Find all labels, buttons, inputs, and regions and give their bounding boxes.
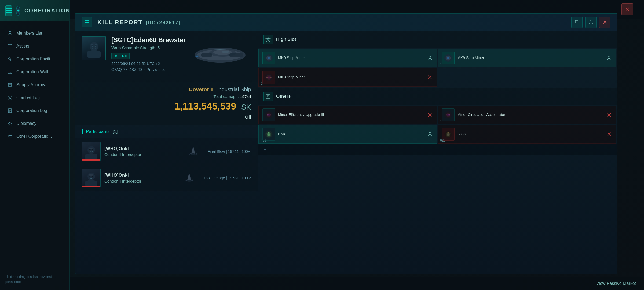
wallet-icon (7, 69, 13, 75)
sidebar-label-wallet: Corporation Wall... (16, 70, 52, 74)
slot-name-1: MK9 Strip Miner (278, 55, 424, 61)
sidebar-item-members[interactable]: Members List (0, 27, 69, 40)
members-icon (7, 31, 13, 36)
others-name-2: Miner Circulation Accelerator III (457, 112, 603, 118)
svg-rect-59 (267, 114, 268, 116)
slot-status-1 (427, 55, 433, 61)
slot-status-3 (427, 74, 433, 81)
sidebar-item-combat[interactable]: Combat Log (0, 91, 69, 104)
high-slot-icon (263, 35, 273, 44)
others-grid: 1 (258, 105, 617, 144)
modal-export-button[interactable] (585, 17, 597, 28)
modal-close-button[interactable]: ✕ (599, 17, 610, 28)
isk-value: 1,113,545,539 (174, 101, 236, 112)
assets-icon (7, 44, 13, 49)
svg-point-50 (608, 56, 610, 58)
sidebar-item-other-corps[interactable]: Other Corporatio... (0, 130, 69, 143)
others-icon (263, 92, 273, 101)
svg-point-12 (92, 45, 93, 46)
bottom-bar: View Passive Market (70, 277, 644, 290)
high-slot-header: High Slot (258, 31, 617, 48)
sidebar-item-diplomacy[interactable]: Diplomacy (0, 117, 69, 130)
others-section: Others 1 (258, 88, 617, 155)
others-item-2[interactable]: 1 Miner Circu (438, 106, 616, 124)
scroll-hint: ▼ (258, 144, 617, 155)
sidebar-label-other-corps: Other Corporatio... (16, 134, 52, 139)
participant-name-1: [WHO]Onkl (104, 146, 179, 151)
sidebar-item-facilities[interactable]: Corporation Facili... (0, 53, 69, 66)
sidebar-footer: Hold and drag to adjust how feature port… (5, 274, 64, 285)
participant-entry-2[interactable]: [WHO]Onkl Condor II Interceptor (75, 165, 258, 191)
ship-stats: Covetor II Industrial Ship Total damage:… (75, 82, 258, 125)
participant-entry-1[interactable]: [WHO]Onkl Condor II Interceptor (75, 138, 258, 165)
sidebar: ✦ CORPORATION Members List Assets (0, 0, 70, 290)
slot-status-2 (606, 55, 612, 61)
participant-avatar-2 (82, 169, 101, 187)
strip-miner-icon-2 (442, 52, 455, 64)
facilities-icon (7, 56, 13, 62)
strip-miner-icon-1 (262, 52, 275, 64)
svg-rect-3 (8, 71, 12, 74)
others-item-3[interactable]: 453 Bistot (258, 125, 437, 144)
svg-marker-38 (188, 173, 191, 180)
miner-circulation-icon (442, 108, 455, 121)
supply-icon (7, 82, 13, 88)
sidebar-hamburger-button[interactable] (5, 5, 12, 16)
sidebar-item-wallet[interactable]: Corporation Wall... (0, 66, 69, 78)
participant-info-1: [WHO]Onkl Condor II Interceptor (104, 146, 179, 157)
corplog-icon (7, 108, 13, 113)
svg-rect-14 (87, 51, 101, 58)
modal-menu-button[interactable] (82, 17, 92, 27)
svg-rect-27 (85, 154, 97, 160)
isk-row: 1,113,545,539 ISK (82, 101, 251, 112)
others-status-3 (427, 131, 433, 137)
sidebar-label-combat: Combat Log (16, 95, 40, 100)
participant-ship-1: Condor II Interceptor (104, 152, 179, 157)
svg-point-72 (429, 132, 431, 135)
svg-rect-4 (8, 83, 12, 86)
miner-efficiency-icon (262, 108, 275, 121)
victim-avatar (82, 36, 106, 60)
svg-point-32 (87, 173, 95, 180)
participant-stats-2: Top Damage | 19744 | 100% (204, 176, 251, 180)
kill-badge: ★ 1 Kill (111, 53, 130, 59)
sidebar-item-supply[interactable]: Supply Approval (0, 78, 69, 91)
slot-item-1[interactable]: 1 MK9 Strip Miner (258, 49, 437, 67)
others-item-1[interactable]: 1 (258, 106, 437, 124)
modal-copy-button[interactable] (571, 17, 583, 28)
svg-point-40 (267, 39, 269, 40)
svg-point-24 (87, 146, 95, 154)
svg-point-45 (429, 56, 431, 58)
svg-point-6 (8, 136, 10, 137)
slot-item-3[interactable]: 1 MK9 Strip Miner (258, 68, 437, 87)
svg-rect-61 (270, 114, 270, 116)
sidebar-item-assets[interactable]: Assets (0, 40, 69, 53)
view-market-link[interactable]: View Passive Market (596, 281, 636, 286)
participant-red-bar-2 (82, 186, 100, 187)
others-item-4[interactable]: 626 Bistot (438, 125, 616, 144)
ship-display (188, 34, 252, 77)
participants-header: Participants [1] (75, 125, 258, 138)
svg-point-54 (268, 77, 270, 78)
participant-ship-icon-1 (182, 143, 204, 160)
sidebar-item-corplog[interactable]: Corporation Log (0, 104, 69, 117)
sidebar-label-facilities: Corporation Facili... (16, 57, 54, 61)
svg-point-31 (191, 153, 196, 155)
sidebar-label-assets: Assets (16, 44, 29, 49)
svg-point-23 (221, 51, 229, 53)
damage-value: 19744 (240, 94, 251, 99)
victim-face-svg (85, 39, 103, 58)
sidebar-nav: Members List Assets Corporation Facili..… (0, 21, 69, 148)
app-close-button[interactable]: ✕ (621, 3, 633, 15)
diplomacy-icon (7, 121, 13, 126)
participant-stats-1: Final Blow | 19744 | 100% (208, 149, 251, 154)
slot-name-3: MK9 Strip Miner (278, 75, 424, 80)
modal-header-actions: ✕ (571, 17, 610, 28)
svg-marker-30 (192, 146, 195, 154)
participant-avatar-1 (82, 142, 101, 161)
svg-point-9 (90, 42, 98, 51)
others-header: Others (258, 88, 617, 105)
other-corps-icon (7, 134, 13, 139)
svg-point-49 (447, 57, 449, 59)
slot-item-2[interactable]: 1 MK9 Strip Miner (438, 49, 616, 67)
